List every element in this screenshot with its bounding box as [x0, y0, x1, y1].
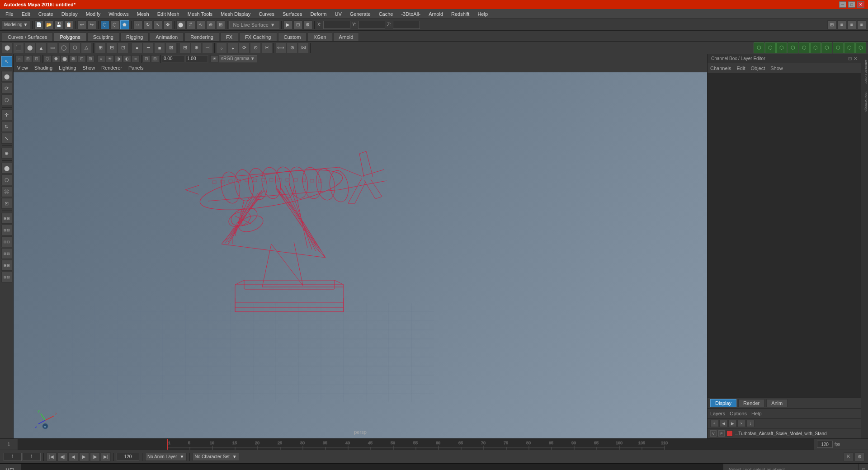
auto-key-btn[interactable]: K [844, 452, 854, 461]
menu-generate[interactable]: Generate [346, 10, 374, 18]
tab-fx-caching[interactable]: FX Caching [239, 33, 277, 41]
menu-mesh-tools[interactable]: Mesh Tools [184, 10, 216, 18]
edit-tab[interactable]: Edit [736, 66, 745, 71]
wireframe-btn[interactable]: ⬡ [43, 55, 52, 62]
menu-mesh-display[interactable]: Mesh Display [217, 10, 254, 18]
render-region-btn[interactable]: ⊞ [151, 55, 159, 62]
menu-help[interactable]: Help [474, 10, 491, 18]
render-left-tool[interactable]: ⊞⊟ [1, 236, 12, 247]
sort-layer-btn[interactable]: ↕ [746, 420, 755, 427]
frame-all-btn[interactable]: ⊞ [24, 55, 32, 62]
merge-tool[interactable]: ⋈ [298, 42, 309, 53]
sculpt-left-tool[interactable]: ⌘ [1, 186, 12, 197]
menu-surfaces[interactable]: Surfaces [279, 10, 306, 18]
layer-item[interactable]: V P ...Turbofan_Aircraft_Scale_Model_wit… [708, 428, 861, 438]
next-layer-btn[interactable]: ▶ [728, 420, 736, 427]
prism-tool[interactable]: ⬡ [70, 42, 80, 53]
combine-tool[interactable]: ⊞ [179, 42, 190, 53]
undo-button[interactable]: ↩ [77, 20, 86, 29]
tab-fx[interactable]: FX [220, 33, 238, 41]
loop-tool[interactable]: ⟳ [239, 42, 250, 53]
prev-layer-btn[interactable]: ◀ [719, 420, 727, 427]
cylinder-tool[interactable]: ⬤ [24, 42, 35, 53]
viewport-value2[interactable] [185, 55, 208, 62]
flatten-tool[interactable]: ⬡ [821, 42, 832, 53]
menu-edit-mesh[interactable]: Edit Mesh [154, 10, 183, 18]
sculpt-tool[interactable]: ⬡ [788, 42, 798, 53]
gamma-dropdown[interactable]: sRGB gamma ▼ [219, 55, 257, 62]
smooth-shade-btn[interactable]: ⬤ [61, 55, 69, 62]
attr-tool[interactable]: ⊞⊟ [1, 260, 12, 271]
menu-modify[interactable]: Modify [82, 10, 104, 18]
vp-renderer-menu[interactable]: Renderer [101, 65, 122, 70]
restore-button[interactable]: □ [848, 1, 855, 8]
snap-view-button[interactable]: ⊞ [216, 20, 225, 29]
move-left-tool[interactable]: ✛ [1, 109, 12, 120]
timeline-ruler[interactable]: 1 5 10 15 20 25 30 35 40 45 50 [18, 439, 814, 450]
plane-tool[interactable]: ▭ [47, 42, 58, 53]
ipr-button[interactable]: ⊡ [293, 20, 302, 29]
go-start-btn[interactable]: |◀ [47, 452, 57, 461]
layer-visibility-toggle[interactable]: V [710, 430, 717, 437]
layers-tab-btn[interactable]: Layers [710, 411, 725, 416]
ao-btn[interactable]: ◐ [123, 55, 131, 62]
chamfer-tool[interactable]: ⬧ [227, 42, 238, 53]
vp-view-menu[interactable]: View [17, 65, 28, 70]
menu-uv[interactable]: UV [331, 10, 345, 18]
delete-layer-btn[interactable]: × [737, 420, 745, 427]
render-button[interactable]: ▶ [283, 20, 292, 29]
go-end-btn[interactable]: ▶| [101, 452, 111, 461]
rotate-tool-button[interactable]: ↻ [143, 20, 152, 29]
tab-rendering[interactable]: Rendering [184, 33, 219, 41]
menu-windows[interactable]: Windows [105, 10, 132, 18]
no-live-surface[interactable]: No Live Surface ▼ [229, 21, 279, 29]
tab-polygons[interactable]: Polygons [54, 33, 86, 41]
menu-edit[interactable]: Edit [18, 10, 34, 18]
wire-on-shade-btn[interactable]: ⊠ [69, 55, 77, 62]
extra-tool[interactable]: ⊞⊟ [1, 272, 12, 282]
render-tab[interactable]: Render [738, 399, 764, 407]
vertex-component[interactable]: ● [132, 42, 142, 53]
viewport[interactable]: X Y Z M persp [14, 72, 707, 438]
menu-curves[interactable]: Curves [255, 10, 278, 18]
tab-animation[interactable]: Animation [150, 33, 184, 41]
close-button[interactable]: ✕ [857, 1, 864, 8]
tab-xgen[interactable]: XGen [307, 33, 332, 41]
tab-arnold[interactable]: Arnold [333, 33, 359, 41]
start-frame-field[interactable] [4, 453, 22, 461]
select-tool[interactable]: ↖ [1, 56, 12, 67]
target-weld-tool[interactable]: ⊛ [287, 42, 297, 53]
motionblur-btn[interactable]: ≈ [132, 55, 140, 62]
sym-tool[interactable]: ⬡ [765, 42, 776, 53]
torus-tool[interactable]: ◯ [58, 42, 69, 53]
cone-tool[interactable]: ▲ [36, 42, 47, 53]
scale-tool-button[interactable]: ⤡ [153, 20, 162, 29]
show-tab[interactable]: Show [770, 66, 783, 71]
attr-editor-side-tab[interactable]: Attribute Editor [862, 56, 868, 87]
z-field[interactable] [393, 21, 420, 29]
character-set-dropdown[interactable]: No Character Set ▼ [193, 453, 239, 461]
playback-end-field[interactable] [117, 453, 139, 461]
open-file-button[interactable]: 📂 [44, 20, 53, 29]
render-ui-button[interactable]: ⊞ [827, 20, 836, 29]
play-fwd-btn[interactable]: ▶ [79, 452, 89, 461]
flat-shade-btn[interactable]: ⬣ [52, 55, 60, 62]
menu-arnold[interactable]: Arnold [425, 10, 447, 18]
step-fwd-btn[interactable]: |▶ [90, 452, 100, 461]
layer-play-toggle[interactable]: P [718, 430, 725, 437]
viewport-value1[interactable] [162, 55, 184, 62]
options-tab-btn[interactable]: Options [730, 411, 747, 416]
append-polygon-tool[interactable]: ⊡ [118, 42, 128, 53]
gamma-icon[interactable]: ☀ [210, 55, 218, 62]
float-panel-btn[interactable]: ⊡ [848, 56, 852, 61]
soft-select-poly[interactable]: ⬡ [754, 42, 764, 53]
close-panel-btn[interactable]: ✕ [854, 56, 857, 61]
menu-deform[interactable]: Deform [307, 10, 330, 18]
mel-input[interactable] [22, 464, 723, 470]
menu-redshift[interactable]: Redshift [448, 10, 473, 18]
layer-color-swatch[interactable] [726, 430, 733, 437]
snap-grid-button[interactable]: # [186, 20, 195, 29]
rotate-left-tool[interactable]: ↻ [1, 121, 12, 132]
tab-curves-surfaces[interactable]: Curves / Surfaces [2, 33, 53, 41]
uv-component[interactable]: ⊠ [165, 42, 176, 53]
